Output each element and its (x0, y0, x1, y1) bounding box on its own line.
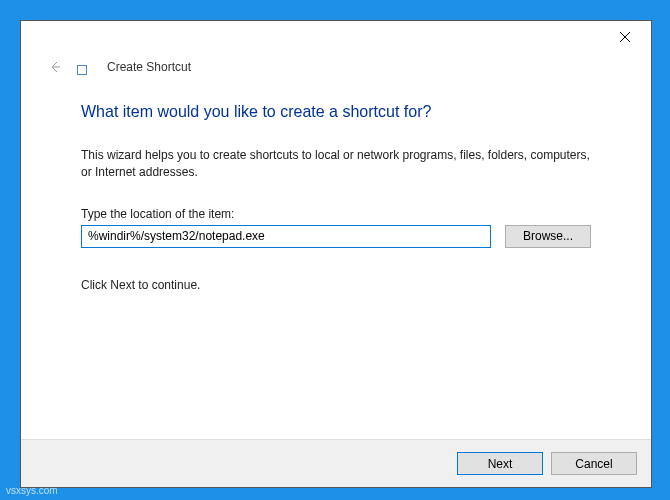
close-icon (620, 32, 630, 42)
dialog-footer: Next Cancel (21, 439, 651, 487)
close-button[interactable] (607, 25, 643, 49)
shortcut-icon (77, 59, 93, 75)
wizard-heading: What item would you like to create a sho… (81, 103, 613, 121)
back-button[interactable] (47, 59, 63, 75)
wizard-description: This wizard helps you to create shortcut… (81, 147, 601, 181)
page-title: Create Shortcut (107, 60, 191, 74)
location-label: Type the location of the item: (81, 207, 613, 221)
dialog-content: What item would you like to create a sho… (21, 79, 651, 439)
title-bar (21, 21, 651, 51)
cancel-button[interactable]: Cancel (551, 452, 637, 475)
dialog-header: Create Shortcut (21, 51, 651, 79)
next-button[interactable]: Next (457, 452, 543, 475)
location-input[interactable] (81, 225, 491, 248)
back-arrow-icon (48, 60, 62, 74)
dialog-window: Create Shortcut What item would you like… (20, 20, 652, 488)
browse-button[interactable]: Browse... (505, 225, 591, 248)
input-row: Browse... (81, 225, 613, 248)
continue-hint: Click Next to continue. (81, 278, 613, 292)
